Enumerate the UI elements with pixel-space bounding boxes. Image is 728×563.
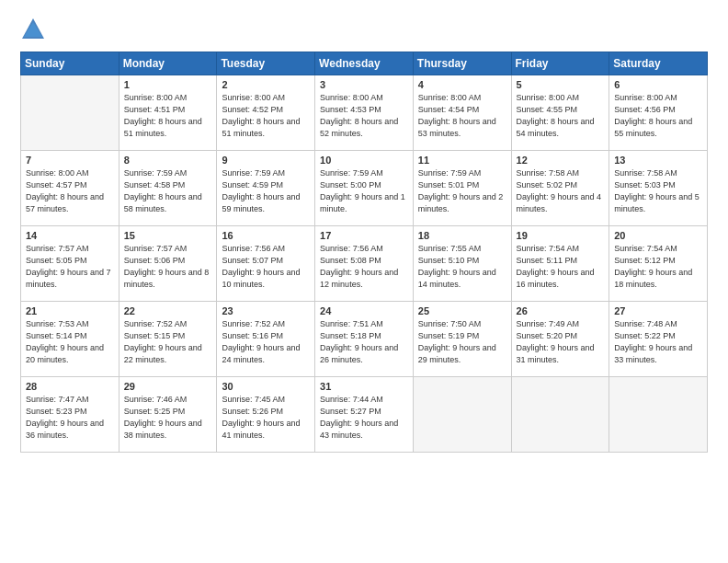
day-cell: 26Sunrise: 7:49 AMSunset: 5:20 PMDayligh…: [511, 302, 609, 377]
calendar-page: SundayMondayTuesdayWednesdayThursdayFrid…: [0, 0, 728, 563]
week-row-2: 7Sunrise: 8:00 AMSunset: 4:57 PMDaylight…: [21, 151, 708, 226]
day-number: 22: [124, 305, 212, 316]
day-cell: 8Sunrise: 7:59 AMSunset: 4:58 PMDaylight…: [119, 151, 217, 226]
day-number: 2: [222, 79, 310, 90]
day-cell: 30Sunrise: 7:45 AMSunset: 5:26 PMDayligh…: [217, 377, 315, 453]
day-number: 19: [517, 230, 605, 241]
day-number: 12: [517, 155, 605, 166]
day-number: 5: [517, 79, 605, 90]
day-cell: [609, 377, 708, 453]
day-cell: 15Sunrise: 7:57 AMSunset: 5:06 PMDayligh…: [119, 226, 217, 302]
header-row: SundayMondayTuesdayWednesdayThursdayFrid…: [21, 52, 708, 75]
day-cell: 18Sunrise: 7:55 AMSunset: 5:10 PMDayligh…: [413, 226, 511, 302]
day-cell: 17Sunrise: 7:56 AMSunset: 5:08 PMDayligh…: [315, 226, 414, 302]
week-row-5: 28Sunrise: 7:47 AMSunset: 5:23 PMDayligh…: [21, 377, 708, 453]
day-info: Sunrise: 7:58 AMSunset: 5:03 PMDaylight:…: [614, 167, 702, 215]
day-number: 10: [320, 155, 408, 166]
day-cell: 28Sunrise: 7:47 AMSunset: 5:23 PMDayligh…: [21, 377, 119, 453]
day-info: Sunrise: 8:00 AMSunset: 4:53 PMDaylight:…: [320, 92, 408, 140]
day-info: Sunrise: 8:00 AMSunset: 4:57 PMDaylight:…: [26, 167, 114, 215]
day-info: Sunrise: 8:00 AMSunset: 4:51 PMDaylight:…: [124, 92, 212, 140]
day-info: Sunrise: 7:52 AMSunset: 5:15 PMDaylight:…: [124, 318, 212, 366]
day-info: Sunrise: 8:00 AMSunset: 4:54 PMDaylight:…: [418, 92, 506, 140]
day-cell: 1Sunrise: 8:00 AMSunset: 4:51 PMDaylight…: [119, 75, 217, 151]
header-cell-monday: Monday: [119, 52, 217, 75]
day-cell: 25Sunrise: 7:50 AMSunset: 5:19 PMDayligh…: [413, 302, 511, 377]
day-info: Sunrise: 7:59 AMSunset: 5:01 PMDaylight:…: [418, 167, 506, 215]
day-cell: 3Sunrise: 8:00 AMSunset: 4:53 PMDaylight…: [315, 75, 414, 151]
day-info: Sunrise: 7:48 AMSunset: 5:22 PMDaylight:…: [614, 318, 702, 366]
day-cell: 4Sunrise: 8:00 AMSunset: 4:54 PMDaylight…: [413, 75, 511, 151]
header-cell-tuesday: Tuesday: [217, 52, 315, 75]
day-cell: [511, 377, 609, 453]
day-cell: 29Sunrise: 7:46 AMSunset: 5:25 PMDayligh…: [119, 377, 217, 453]
day-number: 20: [614, 230, 702, 241]
day-info: Sunrise: 7:55 AMSunset: 5:10 PMDaylight:…: [418, 243, 506, 291]
day-cell: 22Sunrise: 7:52 AMSunset: 5:15 PMDayligh…: [119, 302, 217, 377]
header-cell-friday: Friday: [511, 52, 609, 75]
header-cell-wednesday: Wednesday: [315, 52, 414, 75]
calendar-table: SundayMondayTuesdayWednesdayThursdayFrid…: [20, 52, 708, 453]
day-info: Sunrise: 7:54 AMSunset: 5:12 PMDaylight:…: [614, 243, 702, 291]
day-number: 27: [614, 305, 702, 316]
day-info: Sunrise: 7:49 AMSunset: 5:20 PMDaylight:…: [517, 318, 605, 366]
day-cell: 11Sunrise: 7:59 AMSunset: 5:01 PMDayligh…: [413, 151, 511, 226]
day-number: 13: [614, 155, 702, 166]
day-cell: 23Sunrise: 7:52 AMSunset: 5:16 PMDayligh…: [217, 302, 315, 377]
week-row-4: 21Sunrise: 7:53 AMSunset: 5:14 PMDayligh…: [21, 302, 708, 377]
week-row-3: 14Sunrise: 7:57 AMSunset: 5:05 PMDayligh…: [21, 226, 708, 302]
day-info: Sunrise: 7:56 AMSunset: 5:07 PMDaylight:…: [222, 243, 310, 291]
day-cell: 5Sunrise: 8:00 AMSunset: 4:55 PMDaylight…: [511, 75, 609, 151]
day-info: Sunrise: 7:57 AMSunset: 5:06 PMDaylight:…: [124, 243, 212, 291]
day-info: Sunrise: 7:51 AMSunset: 5:18 PMDaylight:…: [320, 318, 408, 366]
day-number: 4: [418, 79, 506, 90]
day-cell: [413, 377, 511, 453]
day-info: Sunrise: 7:46 AMSunset: 5:25 PMDaylight:…: [124, 394, 212, 442]
day-cell: 31Sunrise: 7:44 AMSunset: 5:27 PMDayligh…: [315, 377, 414, 453]
day-info: Sunrise: 7:44 AMSunset: 5:27 PMDaylight:…: [320, 394, 408, 442]
day-info: Sunrise: 7:56 AMSunset: 5:08 PMDaylight:…: [320, 243, 408, 291]
day-cell: 21Sunrise: 7:53 AMSunset: 5:14 PMDayligh…: [21, 302, 119, 377]
header: [20, 17, 708, 42]
day-number: 29: [124, 381, 212, 392]
day-number: 15: [124, 230, 212, 241]
day-number: 28: [26, 381, 114, 392]
day-info: Sunrise: 7:58 AMSunset: 5:02 PMDaylight:…: [517, 167, 605, 215]
day-number: 21: [26, 305, 114, 316]
day-number: 3: [320, 79, 408, 90]
day-info: Sunrise: 7:59 AMSunset: 5:00 PMDaylight:…: [320, 167, 408, 215]
day-number: 9: [222, 155, 310, 166]
day-info: Sunrise: 7:52 AMSunset: 5:16 PMDaylight:…: [222, 318, 310, 366]
day-number: 7: [26, 155, 114, 166]
day-number: 26: [517, 305, 605, 316]
day-number: 18: [418, 230, 506, 241]
header-cell-thursday: Thursday: [413, 52, 511, 75]
day-cell: 24Sunrise: 7:51 AMSunset: 5:18 PMDayligh…: [315, 302, 414, 377]
day-info: Sunrise: 7:57 AMSunset: 5:05 PMDaylight:…: [26, 243, 114, 291]
day-cell: 27Sunrise: 7:48 AMSunset: 5:22 PMDayligh…: [609, 302, 708, 377]
day-cell: 13Sunrise: 7:58 AMSunset: 5:03 PMDayligh…: [609, 151, 708, 226]
week-row-1: 1Sunrise: 8:00 AMSunset: 4:51 PMDaylight…: [21, 75, 708, 151]
day-info: Sunrise: 7:54 AMSunset: 5:11 PMDaylight:…: [517, 243, 605, 291]
day-cell: 19Sunrise: 7:54 AMSunset: 5:11 PMDayligh…: [511, 226, 609, 302]
day-cell: 9Sunrise: 7:59 AMSunset: 4:59 PMDaylight…: [217, 151, 315, 226]
day-cell: [21, 75, 119, 151]
day-cell: 2Sunrise: 8:00 AMSunset: 4:52 PMDaylight…: [217, 75, 315, 151]
day-cell: 12Sunrise: 7:58 AMSunset: 5:02 PMDayligh…: [511, 151, 609, 226]
day-number: 17: [320, 230, 408, 241]
logo-icon: [20, 17, 46, 42]
day-cell: 20Sunrise: 7:54 AMSunset: 5:12 PMDayligh…: [609, 226, 708, 302]
day-cell: 10Sunrise: 7:59 AMSunset: 5:00 PMDayligh…: [315, 151, 414, 226]
svg-marker-1: [24, 22, 42, 37]
header-cell-saturday: Saturday: [609, 52, 708, 75]
day-number: 6: [614, 79, 702, 90]
header-cell-sunday: Sunday: [21, 52, 119, 75]
day-number: 14: [26, 230, 114, 241]
logo: [20, 17, 50, 42]
day-number: 25: [418, 305, 506, 316]
day-number: 30: [222, 381, 310, 392]
day-info: Sunrise: 7:59 AMSunset: 4:58 PMDaylight:…: [124, 167, 212, 215]
day-number: 8: [124, 155, 212, 166]
day-cell: 6Sunrise: 8:00 AMSunset: 4:56 PMDaylight…: [609, 75, 708, 151]
day-cell: 16Sunrise: 7:56 AMSunset: 5:07 PMDayligh…: [217, 226, 315, 302]
